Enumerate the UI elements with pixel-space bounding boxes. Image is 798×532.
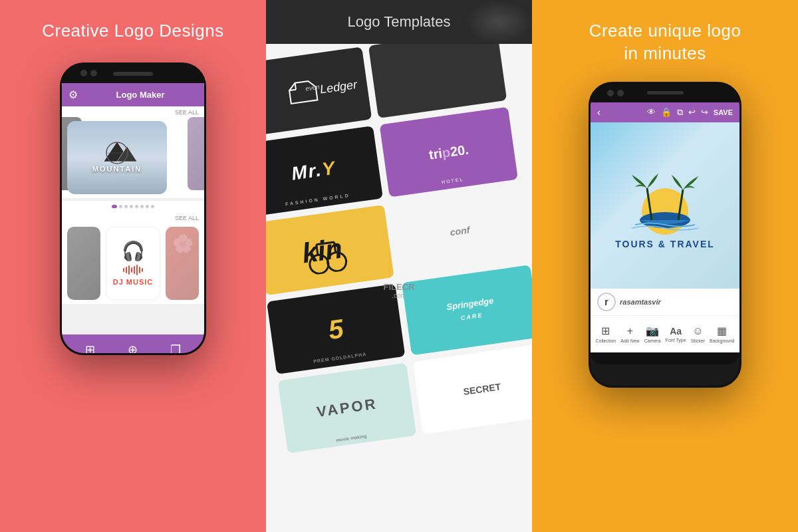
camera-dots	[80, 70, 97, 76]
font-type-label: Font Type	[666, 338, 686, 342]
mr-y-text: Mr.Y	[290, 158, 337, 185]
cards-row-2: 🎧 DJ MUSIC 🌸	[62, 223, 204, 304]
trip20-text: trip20.	[428, 142, 469, 162]
background-icon: ▦	[717, 325, 727, 337]
vapor-card: VAPOR movie making	[278, 363, 416, 454]
vapor-text: VAPOR	[316, 395, 378, 420]
conf-text: conf	[450, 224, 471, 237]
save-button[interactable]: SAVE	[714, 108, 733, 116]
dot-active	[112, 205, 117, 208]
dot	[146, 205, 149, 208]
dot	[135, 205, 138, 208]
redo-icon[interactable]: ↪	[701, 107, 708, 117]
secret-card: SECRET	[413, 344, 532, 434]
app-header: ⚙ Logo Maker	[62, 83, 204, 106]
side-card-right	[188, 117, 204, 190]
svg-text:kin: kin	[300, 233, 344, 269]
filecr-sub: .com	[384, 292, 415, 299]
mountain-text-main: MOUNTAIN	[90, 165, 144, 173]
add-new-label: Add New	[620, 338, 639, 343]
collection-icon-3: ⊞	[601, 325, 610, 337]
mr-y-card: Mr.Y FASHION WORLD	[266, 126, 383, 216]
dot	[119, 205, 122, 208]
toolbar-icons: 👁 🔒 ⧉ ↩ ↪ SAVE	[647, 107, 733, 118]
layers-icon[interactable]: ⧉	[677, 107, 683, 118]
svg-line-5	[295, 83, 295, 90]
travel-name-text: TOURS & TRAVEL	[615, 239, 715, 249]
camera-dot	[90, 70, 97, 76]
camera-label: Camera	[644, 338, 661, 343]
wbar	[142, 268, 143, 272]
add-icon[interactable]: ⊕	[128, 342, 138, 355]
travel-logo: TOURS & TRAVEL	[615, 162, 715, 249]
app-title: Logo Maker	[83, 90, 198, 100]
phone-mockup-3: ‹ 👁 🔒 ⧉ ↩ ↪ SAVE	[589, 82, 741, 388]
dot	[130, 205, 133, 208]
see-all-2[interactable]: SEE ALL	[62, 212, 204, 223]
springedge-card: SpringedgeCARE	[402, 265, 532, 355]
vapor-sub: movie making	[336, 434, 367, 442]
pages-icon[interactable]: ❐	[170, 342, 181, 355]
waveform-bars	[123, 265, 143, 275]
panel3-title: Create unique logo in minutes	[589, 20, 741, 65]
nav-add-new[interactable]: + Add New	[620, 325, 639, 343]
bottom-nav-1: ⊞ ⊕ ❐	[62, 334, 204, 355]
goldalpha-text: PREM GOLDALPHA	[313, 352, 367, 364]
camera-dot-3a	[607, 90, 614, 96]
nav-collection[interactable]: ⊞ Collection	[596, 325, 616, 343]
dj-card[interactable]: 🎧 DJ MUSIC	[106, 227, 160, 300]
nav-font-type[interactable]: Aa Font Type	[666, 326, 686, 342]
dj-text: DJ MUSIC	[113, 278, 154, 286]
prem-text: 5	[327, 313, 345, 345]
nav-camera[interactable]: 📷 Camera	[644, 325, 661, 343]
wbar	[123, 268, 124, 272]
eye-icon[interactable]: 👁	[647, 107, 656, 117]
ledger-card: evenLedger	[266, 47, 372, 137]
back-icon[interactable]: ‹	[597, 106, 600, 118]
wbar	[136, 265, 138, 275]
nav-sticker[interactable]: ☺ Sticker	[691, 325, 705, 343]
collection-label: Collection	[596, 338, 616, 343]
rasa-text: rasamtasvir	[620, 298, 661, 306]
see-all-1[interactable]: SEE ALL	[62, 106, 204, 117]
collection-icon[interactable]: ⊞	[85, 342, 95, 355]
phone3-toolbar: ‹ 👁 🔒 ⧉ ↩ ↪ SAVE	[591, 102, 739, 122]
phone3-top	[591, 84, 739, 102]
phone3-bottom-bar	[591, 352, 739, 364]
kin-card: kin	[266, 205, 394, 295]
gear-icon: ⚙	[68, 88, 78, 101]
bottom-nav-3: ⊞ Collection + Add New 📷 Camera Aa Font …	[591, 315, 739, 352]
kin-svg: kin	[295, 223, 354, 277]
pagination-dots	[62, 201, 204, 212]
empty-slot	[368, 44, 507, 118]
headphones-icon: 🎧	[122, 240, 145, 262]
secret-text: SECRET	[463, 381, 501, 397]
dot	[124, 205, 128, 208]
wbar	[134, 266, 135, 274]
panel-logo-templates: Logo Templates evenLedger Mr.Y FASHION W…	[266, 0, 532, 532]
camera-dot-3b	[617, 90, 624, 96]
sticker-icon: ☺	[692, 325, 703, 337]
mountain-svg	[94, 138, 140, 165]
panel-creative-logo: Creative Logo Designs ⚙ Logo Maker SEE A…	[0, 0, 266, 532]
dot	[151, 205, 154, 208]
rasa-logo-icon: r	[597, 293, 616, 311]
camera-icon: 📷	[646, 325, 659, 337]
dot	[140, 205, 144, 208]
panel1-title: Creative Logo Designs	[42, 20, 224, 43]
font-type-icon: Aa	[670, 326, 682, 336]
phone3-canvas: TOURS & TRAVEL	[591, 122, 739, 289]
rasamtasvir-bar: r rasamtasvir	[591, 289, 739, 315]
undo-icon[interactable]: ↩	[688, 107, 696, 117]
panel2-title: Logo Templates	[286, 13, 512, 31]
mountain-logo-card[interactable]: MOUNTAIN ENTERTAINMENT	[67, 121, 167, 194]
mountain-text-sub: ENTERTAINMENT	[90, 173, 144, 177]
wbar	[128, 265, 130, 275]
svg-line-6	[289, 90, 296, 90]
trip20-card: trip20. HOTEL	[380, 107, 518, 198]
mountain-inner: MOUNTAIN ENTERTAINMENT	[90, 138, 144, 177]
lock-icon[interactable]: 🔒	[661, 107, 672, 117]
springedge-text: SpringedgeCARE	[446, 295, 496, 325]
add-new-icon: +	[627, 325, 633, 337]
nav-background[interactable]: ▦ Background	[710, 325, 734, 343]
